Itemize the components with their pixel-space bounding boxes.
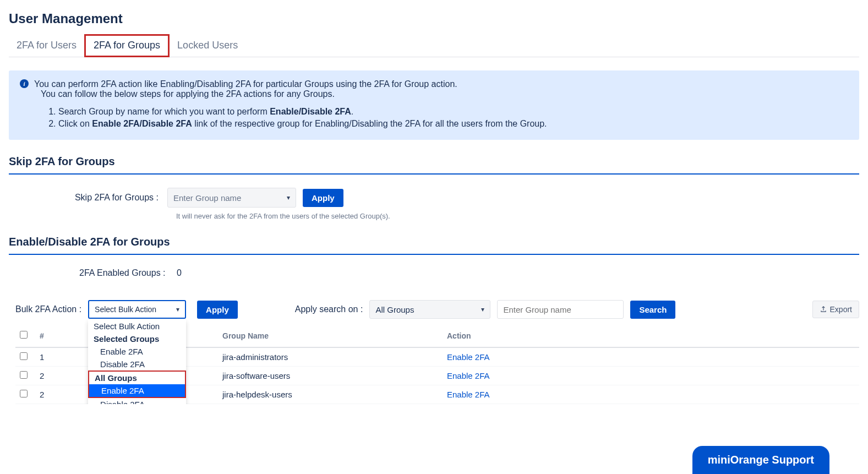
skip-apply-button[interactable]: Apply xyxy=(303,189,343,207)
chevron-down-icon: ▾ xyxy=(287,194,290,201)
chevron-down-icon: ▾ xyxy=(176,306,179,313)
tab-2fa-users[interactable]: 2FA for Users xyxy=(9,34,84,57)
page-title: User Management xyxy=(9,11,859,26)
info-panel: i You can perform 2FA action like Enabli… xyxy=(9,70,859,140)
skip-label: Skip 2FA for Groups : xyxy=(9,193,167,203)
enabled-groups-count: 2FA Enabled Groups : 0 xyxy=(79,268,859,278)
enable-2fa-link[interactable]: Enable 2FA xyxy=(447,352,490,362)
search-button[interactable]: Search xyxy=(630,301,675,319)
bulk-action-select[interactable]: Select Bulk Action ▾ xyxy=(88,300,186,319)
enable-2fa-link[interactable]: Enable 2FA xyxy=(447,371,490,380)
bulk-action-dropdown: Select Bulk Action Selected Groups Enabl… xyxy=(88,320,186,404)
divider xyxy=(9,254,859,255)
dropdown-header-all: All Groups xyxy=(89,372,185,384)
info-steps: Search Group by name for which you want … xyxy=(58,107,848,129)
dropdown-header-selected: Selected Groups xyxy=(88,333,186,345)
row-checkbox[interactable] xyxy=(20,371,28,379)
bulk-action-label: Bulk 2FA Action : xyxy=(15,304,81,314)
apply-search-select[interactable]: All Groups ▾ xyxy=(369,300,490,319)
info-text-2: You can follow the below steps for apply… xyxy=(41,89,848,99)
row-checkbox[interactable] xyxy=(20,352,28,360)
skip-group-select[interactable]: Enter Group name ▾ xyxy=(167,188,296,208)
export-icon xyxy=(820,306,827,313)
apply-search-label: Apply search on : xyxy=(295,304,363,314)
col-number: # xyxy=(35,324,68,347)
export-button[interactable]: Export xyxy=(812,301,859,318)
divider xyxy=(9,173,859,175)
row-checkbox[interactable] xyxy=(20,390,28,397)
info-text-1: You can perform 2FA action like Enabling… xyxy=(34,79,457,89)
search-input[interactable] xyxy=(497,300,624,319)
enable-section-heading: Enable/Disable 2FA for Groups xyxy=(9,236,859,248)
col-action: Action xyxy=(443,324,859,347)
chevron-down-icon: ▾ xyxy=(481,306,484,313)
skip-section-heading: Skip 2FA for Groups xyxy=(9,155,859,168)
dropdown-option-disable-all[interactable]: Disable 2FA xyxy=(88,398,186,404)
tab-locked-users[interactable]: Locked Users xyxy=(170,34,245,57)
skip-hint: It will never ask for the 2FA from the u… xyxy=(176,212,859,220)
dropdown-option-enable-selected[interactable]: Enable 2FA xyxy=(88,345,186,358)
bulk-apply-button[interactable]: Apply xyxy=(197,301,238,319)
dropdown-option-select[interactable]: Select Bulk Action xyxy=(88,320,186,333)
dropdown-option-disable-selected[interactable]: Disable 2FA xyxy=(88,358,186,371)
info-icon: i xyxy=(20,79,29,88)
tabs-bar: 2FA for Users 2FA for Groups Locked User… xyxy=(9,34,859,57)
enable-2fa-link[interactable]: Enable 2FA xyxy=(447,390,490,399)
dropdown-option-enable-all[interactable]: Enable 2FA xyxy=(89,384,185,397)
tab-2fa-groups[interactable]: 2FA for Groups xyxy=(84,34,170,57)
select-all-checkbox[interactable] xyxy=(20,331,28,339)
